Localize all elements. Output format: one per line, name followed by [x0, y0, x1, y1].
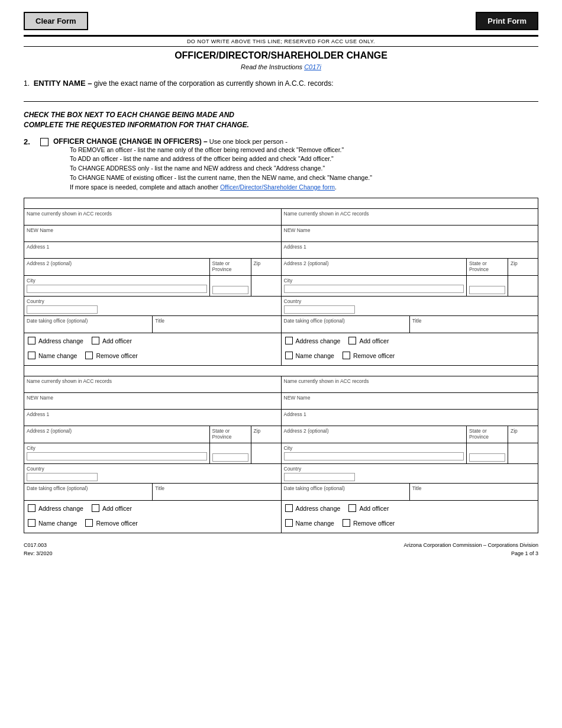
name-current-field-4[interactable]: Name currently shown in ACC records: [282, 376, 538, 393]
state-province-field-3[interactable]: State or Province: [210, 426, 251, 443]
country-input-4[interactable]: [284, 473, 355, 481]
country-input-1[interactable]: [27, 305, 98, 314]
title-field-1[interactable]: Title: [153, 316, 280, 333]
address-change-checkbox-4[interactable]: Address change: [285, 504, 341, 512]
date-field-2[interactable]: Date taking office (optional): [282, 316, 410, 333]
state-province-field-4[interactable]: State or Province: [467, 426, 508, 443]
title-field-3[interactable]: Title: [153, 484, 280, 500]
state-province-field-2[interactable]: State or Province: [467, 259, 508, 275]
country-input-2[interactable]: [284, 305, 355, 314]
title-field-2[interactable]: Title: [410, 316, 538, 333]
form-subtitle: Read the Instructions C017i: [24, 63, 538, 70]
name-current-field-1[interactable]: Name currently shown in ACC records: [24, 209, 281, 226]
new-name-field-1[interactable]: NEW Name: [24, 226, 281, 242]
name-current-field-3[interactable]: Name currently shown in ACC records: [24, 376, 281, 393]
state-input-4[interactable]: [469, 453, 505, 462]
officer-block-3: Name currently shown in ACC records NEW …: [24, 376, 282, 533]
add-officer-checkbox-3[interactable]: Add officer: [92, 504, 132, 512]
footer: C017.003 Rev: 3/2020 Arizona Corporation…: [24, 542, 538, 558]
city-state-zip-row-1: City: [24, 276, 281, 297]
address1-field-4[interactable]: Address 1: [282, 410, 538, 426]
address-change-checkbox-1[interactable]: Address change: [28, 337, 83, 344]
state-input-cell-2[interactable]: [467, 276, 508, 296]
section2-title: OFFICER CHANGE (CHANGE IN OFFICERS) – Us…: [53, 137, 372, 146]
zip-field-2[interactable]: Zip: [508, 259, 538, 275]
zip-field-3[interactable]: Zip: [251, 426, 281, 443]
new-name-field-4[interactable]: NEW Name: [282, 393, 538, 410]
country-field-1[interactable]: Country: [24, 297, 281, 316]
zip-input-cell-2[interactable]: [508, 276, 538, 296]
form-title: OFFICER/DIRECTOR/SHAREHOLDER CHANGE: [24, 50, 538, 61]
add-officer-checkbox-4[interactable]: Add officer: [348, 504, 389, 512]
city-field-1[interactable]: City: [24, 276, 210, 296]
state-input-cell-1[interactable]: [210, 276, 251, 296]
checkboxes-2: Address change Add officer Name change R…: [282, 333, 538, 365]
checkboxes-1: Address change Add officer Name change R…: [24, 333, 281, 365]
name-change-checkbox-4[interactable]: Name change: [285, 519, 334, 527]
address2-row-1: Address 2 (optional) State or Province Z…: [24, 259, 281, 276]
address-change-checkbox-2[interactable]: Address change: [285, 337, 341, 344]
zip-field-1[interactable]: Zip: [251, 259, 281, 275]
zip-input-cell-3[interactable]: [251, 443, 281, 463]
city-field-2[interactable]: City: [282, 276, 467, 296]
date-field-3[interactable]: Date taking office (optional): [24, 484, 153, 500]
remove-officer-checkbox-4[interactable]: Remove officer: [343, 519, 395, 527]
new-name-field-3[interactable]: NEW Name: [24, 393, 281, 410]
remove-officer-checkbox-3[interactable]: Remove officer: [85, 519, 137, 527]
form-link[interactable]: Officer/Director/Shareholder Change form: [220, 183, 335, 191]
new-name-field-2[interactable]: NEW Name: [282, 226, 538, 242]
country-field-4[interactable]: Country: [282, 464, 538, 484]
state-input-3[interactable]: [212, 453, 248, 462]
city-input-2[interactable]: [284, 285, 464, 293]
instructions-link[interactable]: C017i: [304, 63, 321, 70]
address-change-checkbox-3[interactable]: Address change: [28, 504, 83, 512]
state-input-cell-4[interactable]: [467, 443, 508, 463]
add-officer-checkbox-1[interactable]: Add officer: [92, 337, 132, 344]
entity-name-field[interactable]: [24, 90, 538, 102]
footer-left: C017.003 Rev: 3/2020: [24, 542, 53, 558]
city-input-3[interactable]: [27, 452, 207, 460]
state-input-cell-3[interactable]: [210, 443, 251, 463]
footer-right: Arizona Corporation Commission – Corpora…: [403, 542, 538, 558]
state-input-2[interactable]: [469, 286, 505, 294]
country-input-3[interactable]: [27, 473, 98, 481]
top-buttons-row: Clear Form Print Form: [24, 12, 538, 30]
city-input-4[interactable]: [284, 452, 464, 460]
country-field-2[interactable]: Country: [282, 297, 538, 316]
print-form-button[interactable]: Print Form: [476, 12, 538, 30]
officer-pair-1: Name currently shown in ACC records NEW …: [24, 209, 538, 366]
zip-field-4[interactable]: Zip: [508, 426, 538, 443]
zip-input-cell-4[interactable]: [508, 443, 538, 463]
clear-form-button[interactable]: Clear Form: [24, 12, 88, 30]
city-field-3[interactable]: City: [24, 443, 210, 463]
title-field-4[interactable]: Title: [410, 484, 538, 500]
address2-field-1[interactable]: Address 2 (optional): [24, 259, 210, 275]
address2-field-3[interactable]: Address 2 (optional): [24, 426, 210, 443]
date-field-1[interactable]: Date taking office (optional): [24, 316, 153, 333]
address2-field-2[interactable]: Address 2 (optional): [282, 259, 467, 275]
remove-officer-checkbox-2[interactable]: Remove officer: [343, 352, 395, 359]
date-field-4[interactable]: Date taking office (optional): [282, 484, 410, 500]
address2-field-4[interactable]: Address 2 (optional): [282, 426, 467, 443]
add-officer-checkbox-2[interactable]: Add officer: [348, 337, 389, 344]
city-field-4[interactable]: City: [282, 443, 467, 463]
name-current-field-2[interactable]: Name currently shown in ACC records: [282, 209, 538, 226]
address1-field-2[interactable]: Address 1: [282, 242, 538, 259]
address1-field-1[interactable]: Address 1: [24, 242, 281, 259]
city-state-zip-row-2: City: [282, 276, 538, 297]
state-input-1[interactable]: [212, 286, 248, 294]
state-province-field-1[interactable]: State or Province: [210, 259, 251, 275]
section1-label: 1. ENTITY NAME – give the exact name of …: [24, 79, 538, 88]
section2-checkbox[interactable]: [40, 138, 49, 146]
name-change-checkbox-3[interactable]: Name change: [28, 519, 77, 527]
country-field-3[interactable]: Country: [24, 464, 281, 484]
officer-blocks: Name currently shown in ACC records NEW …: [24, 198, 538, 533]
address1-field-3[interactable]: Address 1: [24, 410, 281, 426]
date-title-row-4: Date taking office (optional) Title: [282, 484, 538, 501]
zip-input-cell-1[interactable]: [251, 276, 281, 296]
name-change-checkbox-1[interactable]: Name change: [28, 352, 77, 359]
officer-block-2: Name currently shown in ACC records NEW …: [282, 209, 538, 365]
city-input-1[interactable]: [27, 285, 207, 293]
remove-officer-checkbox-1[interactable]: Remove officer: [85, 352, 137, 359]
name-change-checkbox-2[interactable]: Name change: [285, 352, 334, 359]
